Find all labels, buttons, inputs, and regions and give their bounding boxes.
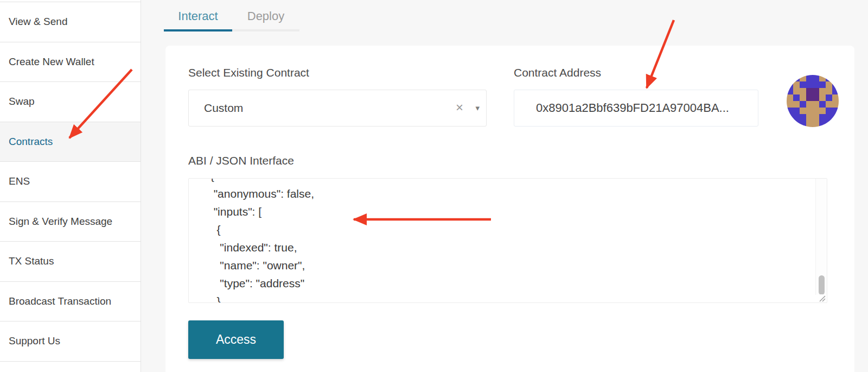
sidebar-item-broadcast-transaction[interactable]: Broadcast Transaction <box>0 282 141 322</box>
identicon-cell <box>819 94 826 101</box>
identicon-cell <box>806 88 813 94</box>
identicon-cell <box>806 121 813 127</box>
identicon-cell <box>819 114 826 121</box>
identicon-cell <box>806 75 813 81</box>
identicon-cell <box>819 75 826 81</box>
app-window: View & SendCreate New WalletSwapContract… <box>0 0 868 372</box>
existing-contract-selected-value: Custom <box>204 90 243 126</box>
identicon-cell <box>806 108 813 114</box>
abi-scrollbar-track[interactable] <box>815 179 827 295</box>
sidebar-item-label: Sign & Verify Message <box>9 216 112 228</box>
existing-contract-select[interactable]: Custom × ▾ <box>188 90 487 127</box>
sidebar-item-label: Contracts <box>9 136 53 148</box>
tab-interact[interactable]: Interact <box>164 3 232 31</box>
abi-scrollbar-thumb[interactable] <box>819 275 825 295</box>
identicon-cell <box>787 114 793 121</box>
sidebar-item-tx-status[interactable]: TX Status <box>0 242 141 282</box>
identicon-cell <box>826 114 832 121</box>
abi-resize-handle[interactable] <box>816 294 826 302</box>
identicon-cell <box>813 81 819 88</box>
identicon-cell <box>800 88 806 94</box>
identicon-cell <box>800 114 806 121</box>
identicon-cell <box>832 75 839 81</box>
identicon-cell <box>819 121 826 127</box>
contract-address-input[interactable] <box>514 90 758 127</box>
sidebar-item-label: Create New Wallet <box>9 56 94 68</box>
identicon-cell <box>832 81 839 88</box>
tab-deploy[interactable]: Deploy <box>232 3 299 31</box>
select-contract-label: Select Existing Contract <box>188 66 309 79</box>
identicon-cell <box>826 88 832 94</box>
sidebar-item-contracts[interactable]: Contracts <box>0 122 141 162</box>
sidebar-item-support-us[interactable]: Support Us <box>0 321 141 362</box>
identicon-cell <box>793 81 800 88</box>
sidebar-item-label: Swap <box>9 96 35 108</box>
identicon-cell <box>826 121 832 127</box>
sidebar-item-label: Broadcast Transaction <box>9 295 111 307</box>
chevron-down-icon[interactable]: ▾ <box>475 90 480 126</box>
identicon-cell <box>826 81 832 88</box>
identicon-cell <box>819 108 826 114</box>
identicon-cell <box>832 101 839 108</box>
identicon-cell <box>800 75 806 81</box>
identicon-cell <box>787 94 793 101</box>
sidebar-item-label: Support Us <box>9 335 60 347</box>
identicon-cell <box>800 108 806 114</box>
abi-json-label: ABI / JSON Interface <box>188 154 294 167</box>
identicon-cell <box>787 108 793 114</box>
sidebar-item-sign-verify-message[interactable]: Sign & Verify Message <box>0 202 141 242</box>
identicon-cell <box>813 75 819 81</box>
identicon-cell <box>793 108 800 114</box>
identicon-cell <box>832 94 839 101</box>
identicon-cell <box>813 101 819 108</box>
identicon-cell <box>826 94 832 101</box>
sidebar-nav: View & SendCreate New WalletSwapContract… <box>0 0 141 372</box>
identicon-cell <box>826 101 832 108</box>
access-button[interactable]: Access <box>188 320 284 359</box>
identicon-cell <box>793 121 800 127</box>
abi-textarea[interactable]: { "anonymous": false, "inputs": [ { "ind… <box>188 178 827 303</box>
identicon-cell <box>806 81 813 88</box>
identicon-cell <box>800 81 806 88</box>
identicon-cell <box>813 94 819 101</box>
sidebar-item-create-new-wallet[interactable]: Create New Wallet <box>0 42 141 83</box>
identicon-cell <box>806 94 813 101</box>
identicon-cell <box>793 114 800 121</box>
identicon-cell <box>787 121 793 127</box>
identicon-cell <box>800 94 806 101</box>
tab-interact-label: Interact <box>178 9 218 23</box>
identicon-cell <box>832 121 839 127</box>
identicon-cell <box>793 88 800 94</box>
identicon-cell <box>826 108 832 114</box>
identicon-cell <box>819 88 826 94</box>
identicon-cell <box>793 101 800 108</box>
sidebar-item-label: ENS <box>9 175 30 187</box>
identicon-cell <box>806 101 813 108</box>
identicon-cell <box>826 75 832 81</box>
tab-deploy-label: Deploy <box>247 9 284 23</box>
identicon-cell <box>787 75 793 81</box>
contract-address-label: Contract Address <box>514 66 601 79</box>
abi-json-text: { "anonymous": false, "inputs": [ { "ind… <box>207 179 815 302</box>
sidebar-item-ens[interactable]: ENS <box>0 162 141 202</box>
identicon-cell <box>800 121 806 127</box>
abi-textarea-content: { "anonymous": false, "inputs": [ { "ind… <box>189 179 815 302</box>
sidebar-item-swap[interactable]: Swap <box>0 82 141 122</box>
identicon-cell <box>793 94 800 101</box>
identicon-cell <box>813 108 819 114</box>
identicon-cell <box>832 108 839 114</box>
identicon-cell <box>819 101 826 108</box>
identicon-cell <box>787 81 793 88</box>
sidebar-item-label: TX Status <box>9 255 54 267</box>
identicon-cell <box>787 101 793 108</box>
identicon-cell <box>813 114 819 121</box>
sidebar-item-label: View & Send <box>9 16 67 28</box>
identicon-cell <box>832 88 839 94</box>
identicon-cell <box>813 121 819 127</box>
clear-selection-icon[interactable]: × <box>456 90 463 126</box>
address-identicon <box>787 75 839 127</box>
sidebar-item-view-send[interactable]: View & Send <box>0 2 141 42</box>
identicon-cell <box>819 81 826 88</box>
identicon-cell <box>800 101 806 108</box>
identicon-cell <box>813 88 819 94</box>
